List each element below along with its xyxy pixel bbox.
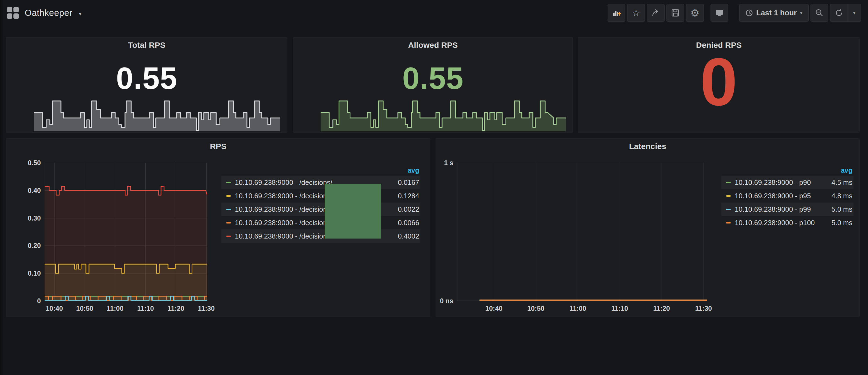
legend-row[interactable]: 10.10.69.238:9000 - p95 4.8 ms: [721, 189, 854, 202]
green-overlay-box: [324, 184, 381, 239]
series-avg-value: 0.0066: [398, 219, 419, 227]
rps-chart-svg: [44, 163, 207, 301]
gear-icon: ⚙: [690, 8, 700, 18]
series-avg-value: 5.0 ms: [832, 205, 852, 214]
navbar: Oathkeeper ▾ ☆: [0, 0, 868, 26]
y-tick: 0.30: [28, 214, 41, 222]
series-color-chip: [726, 209, 731, 210]
x-tick: 11:20: [167, 305, 184, 312]
add-panel-button[interactable]: [608, 4, 625, 22]
dashboard-grid-icon[interactable]: [7, 7, 19, 19]
series-label[interactable]: 10.10.69.238:9000 - p95: [735, 192, 832, 200]
series-color-chip: [726, 195, 731, 197]
series-avg-value: 0.0167: [398, 178, 419, 187]
legend-avg-header[interactable]: avg: [221, 165, 420, 176]
y-tick: 0.40: [28, 186, 41, 194]
series-label[interactable]: 10.10.69.238:9000 - p100: [735, 219, 832, 227]
star-icon: ☆: [632, 8, 640, 18]
zoom-out-button[interactable]: [810, 4, 828, 22]
y-tick: 0 ns: [440, 297, 453, 305]
series-color-chip: [726, 222, 731, 223]
series-avg-value: 4.8 ms: [832, 192, 852, 200]
panel-total-rps: Total RPS 0.55: [6, 37, 287, 133]
refresh-button-group: ▾: [830, 4, 861, 22]
dashboard-title[interactable]: Oathkeeper: [25, 8, 72, 18]
legend-row[interactable]: 10.10.69.238:9000 - /decisions/ 0.0167: [221, 176, 420, 189]
grafana-dashboard: Oathkeeper ▾ ☆: [0, 0, 868, 375]
latencies-plot-area: 1 s 0 ns 10:40 10:50 11:00 11:10 11:20 1…: [457, 163, 707, 301]
series-color-chip: [226, 209, 231, 210]
settings-button[interactable]: ⚙: [686, 4, 704, 22]
x-tick: 10:50: [76, 305, 93, 312]
x-tick: 11:00: [569, 305, 586, 312]
series-avg-value: 0.1284: [398, 192, 419, 200]
x-tick: 11:30: [198, 305, 215, 312]
x-tick: 11:20: [653, 305, 670, 312]
star-button[interactable]: ☆: [627, 4, 645, 22]
legend-row[interactable]: 10.10.69.238:9000 - /decisions/ 0.4002: [221, 229, 420, 243]
series-label[interactable]: 10.10.69.238:9000 - p90: [735, 178, 832, 187]
panel-latencies-chart: Latencies 1 s 0 ns 10:40 10:50 11:00 11:…: [436, 138, 860, 317]
refresh-interval-dropdown[interactable]: ▾: [848, 4, 861, 22]
series-color-chip: [226, 222, 231, 223]
save-button[interactable]: [666, 4, 684, 22]
latencies-legend: avg 10.10.69.238:9000 - p90 4.5 ms 10.10…: [721, 165, 854, 229]
allowed-rps-value: 0.55: [293, 60, 573, 96]
navbar-toolbar: ☆ ⚙: [606, 4, 861, 22]
x-tick: 10:40: [485, 305, 502, 312]
series-label[interactable]: 10.10.69.238:9000 - p99: [735, 205, 832, 214]
series-color-chip: [226, 182, 231, 183]
panel-allowed-rps: Allowed RPS 0.55: [293, 37, 573, 133]
chevron-down-icon[interactable]: ▾: [79, 11, 82, 17]
collapsed-sidemenu-strip: [0, 0, 4, 375]
series-color-chip: [226, 195, 231, 197]
series-avg-value: 4.5 ms: [832, 178, 852, 187]
x-tick: 11:10: [137, 305, 154, 312]
legend-row[interactable]: 10.10.69.238:9000 - /decisions/ 0.0022: [221, 202, 420, 216]
series-avg-value: 5.0 ms: [832, 219, 852, 227]
series-color-chip: [726, 182, 731, 183]
navbar-left: Oathkeeper ▾: [7, 7, 82, 19]
cycle-view-button[interactable]: [711, 4, 728, 22]
denied-rps-value: 0: [578, 43, 859, 121]
total-rps-sparkline: [34, 99, 280, 131]
time-range-label: Last 1 hour: [756, 9, 797, 17]
x-tick: 10:50: [527, 305, 545, 312]
panel-title[interactable]: Allowed RPS: [293, 40, 573, 50]
chevron-down-icon: ▾: [800, 10, 802, 16]
chevron-down-icon: ▾: [853, 10, 856, 16]
tv-monitor-icon: [715, 8, 724, 18]
y-tick: 0.50: [28, 159, 41, 167]
share-button[interactable]: [647, 4, 664, 22]
series-avg-value: 0.4002: [398, 232, 419, 241]
refresh-icon: [835, 9, 843, 17]
x-tick: 10:40: [46, 305, 63, 312]
x-tick: 11:10: [611, 305, 628, 312]
legend-row[interactable]: 10.10.69.238:9000 - p90 4.5 ms: [721, 176, 854, 189]
zoom-out-icon: [815, 8, 824, 18]
total-rps-value: 0.55: [6, 60, 287, 96]
legend-row[interactable]: 10.10.69.238:9000 - p99 5.0 ms: [721, 202, 854, 216]
rps-legend: avg 10.10.69.238:9000 - /decisions/ 0.01…: [221, 165, 420, 243]
legend-row[interactable]: 10.10.69.238:9000 - /decisions/ 0.1284: [221, 189, 420, 202]
y-tick: 0.20: [28, 242, 41, 250]
refresh-button[interactable]: [830, 4, 847, 22]
y-tick: 1 s: [444, 159, 453, 167]
share-icon: [651, 8, 660, 18]
time-range-picker[interactable]: Last 1 hour ▾: [739, 4, 809, 22]
save-icon: [671, 8, 680, 18]
x-tick: 11:30: [695, 305, 712, 312]
y-tick: 0: [37, 297, 41, 305]
legend-avg-header[interactable]: avg: [721, 165, 854, 176]
series-avg-value: 0.0022: [398, 205, 419, 214]
rps-plot-area: 0.50 0.40 0.30 0.20 0.10 0 10:40 10:50 1…: [44, 163, 207, 301]
panel-title[interactable]: Total RPS: [6, 40, 287, 50]
panel-denied-rps: Denied RPS 0: [578, 37, 860, 133]
x-tick: 11:00: [107, 305, 124, 312]
panel-title[interactable]: Latencies: [436, 142, 859, 151]
panel-title[interactable]: RPS: [6, 142, 430, 151]
clock-icon: [745, 9, 753, 17]
legend-row[interactable]: 10.10.69.238:9000 - /decisions/ 0.0066: [221, 216, 420, 229]
allowed-rps-sparkline: [320, 99, 566, 131]
legend-row[interactable]: 10.10.69.238:9000 - p100 5.0 ms: [721, 216, 854, 229]
